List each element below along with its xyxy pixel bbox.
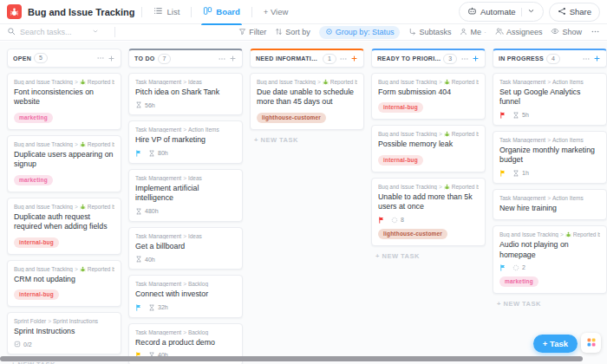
task-card[interactable]: Bug and Issue Tracking>Reported bugsDue …: [250, 73, 364, 130]
priority-flag-icon[interactable]: [499, 112, 506, 119]
subtasks-icon: [408, 28, 416, 37]
task-card[interactable]: Sprint Folder>Sprint InstructionsSprint …: [7, 312, 121, 354]
task-card[interactable]: Bug and Issue Tracking>Reported bugsDupl…: [7, 198, 121, 255]
comment-count[interactable]: 2: [512, 264, 525, 271]
chevron-down-icon[interactable]: [92, 28, 99, 36]
breadcrumb[interactable]: Task Management>Backlog: [135, 281, 236, 287]
breadcrumb[interactable]: Bug and Issue Tracking>Reported bugs: [257, 79, 357, 85]
task-card[interactable]: Bug and Issue Tracking>Reported bugsPoss…: [371, 125, 486, 172]
column-add-task-button[interactable]: [229, 55, 237, 62]
column-menu-button[interactable]: [218, 55, 226, 63]
tag-pill[interactable]: internal-bug: [14, 237, 59, 248]
tag-pill[interactable]: lighthouse-customer: [378, 229, 447, 239]
breadcrumb[interactable]: Bug and Issue Tracking>Reported bugs: [14, 79, 114, 85]
task-card[interactable]: Task Management>Action ItemsNew hire tra…: [493, 189, 607, 220]
priority-flag-icon[interactable]: [135, 304, 142, 311]
column-add-task-button[interactable]: [108, 55, 115, 62]
time-estimate[interactable]: 56h: [135, 101, 155, 108]
task-card[interactable]: Bug and Issue Tracking>Reported bugsCRM …: [7, 260, 121, 307]
column-menu-button[interactable]: [582, 55, 591, 63]
share-button[interactable]: Share: [549, 3, 600, 22]
column-add-task-button[interactable]: [472, 55, 480, 62]
task-title: Form submission 404: [378, 88, 479, 97]
task-card[interactable]: Bug and Issue Tracking>Reported bugsDupl…: [7, 135, 121, 192]
tag-pill[interactable]: internal-bug: [14, 289, 59, 300]
breadcrumb[interactable]: Task Management>Action Items: [135, 127, 236, 133]
breadcrumb[interactable]: Task Management>Action Items: [499, 79, 600, 85]
time-estimate[interactable]: 1h: [512, 170, 529, 177]
task-card[interactable]: Bug and Issue Tracking>Reported bugsAudi…: [493, 225, 607, 294]
horizontal-scrollbar[interactable]: [0, 356, 583, 361]
time-estimate[interactable]: 32h: [148, 304, 168, 311]
breadcrumb[interactable]: Task Management>Backlog: [135, 329, 236, 335]
time-estimate[interactable]: 80h: [148, 150, 168, 157]
tab-add-view[interactable]: + View: [259, 0, 293, 24]
column-add-task-button[interactable]: [350, 55, 358, 62]
comment-count[interactable]: 8: [391, 217, 404, 224]
task-card[interactable]: Bug and Issue Tracking>Reported bugsUnab…: [371, 178, 486, 246]
priority-flag-icon[interactable]: [135, 150, 142, 157]
task-card[interactable]: Bug and Issue Tracking>Reported bugsForm…: [371, 73, 486, 120]
breadcrumb[interactable]: Bug and Issue Tracking>Reported bugs: [499, 231, 600, 237]
column-add-task-button[interactable]: [593, 55, 601, 62]
breadcrumb-project: Task Management: [499, 79, 545, 85]
tag-pill[interactable]: lighthouse-customer: [257, 113, 326, 123]
tag-pill[interactable]: internal-bug: [378, 102, 423, 113]
task-card[interactable]: Task Management>IdeasImplement artificia…: [128, 169, 243, 222]
task-card[interactable]: Task Management>Action ItemsHire VP of m…: [128, 120, 243, 163]
breadcrumb[interactable]: Task Management>Ideas: [135, 175, 236, 181]
new-task-button[interactable]: + NEW TASK: [375, 252, 486, 260]
checklist-progress[interactable]: 0/2: [14, 341, 32, 348]
column-menu-button[interactable]: [460, 55, 469, 63]
tab-list[interactable]: List: [149, 0, 184, 24]
breadcrumb[interactable]: Task Management>Ideas: [135, 233, 236, 239]
column-menu-button[interactable]: [339, 55, 348, 63]
task-card[interactable]: Task Management>IdeasGet a billboard40h: [128, 227, 243, 270]
breadcrumb[interactable]: Bug and Issue Tracking>Reported bugs: [14, 266, 114, 272]
chevron-down-icon[interactable]: [527, 7, 535, 16]
task-card[interactable]: Task Management>Action ItemsOrganize mon…: [493, 131, 607, 184]
search-input[interactable]: [20, 28, 88, 36]
priority-flag-icon[interactable]: [499, 264, 506, 271]
task-card[interactable]: Task Management>Action ItemsSet up Googl…: [493, 73, 607, 126]
breadcrumb[interactable]: Bug and Issue Tracking>Reported bugs: [14, 141, 114, 147]
tab-board[interactable]: Board: [199, 0, 244, 24]
priority-flag-icon[interactable]: [378, 217, 385, 224]
new-task-button[interactable]: + NEW TASK: [497, 300, 607, 308]
me-filter-button[interactable]: Me ·: [460, 28, 486, 37]
breadcrumb[interactable]: Task Management>Action Items: [499, 195, 600, 201]
tag-pill[interactable]: marketing: [14, 175, 53, 185]
task-card[interactable]: Task Management>IdeasPitch idea on Shark…: [128, 73, 243, 115]
search-box[interactable]: [7, 27, 108, 37]
time-estimate[interactable]: 480h: [135, 208, 159, 215]
add-task-fab[interactable]: + Task: [533, 335, 578, 353]
assignees-button[interactable]: Assignees: [495, 27, 543, 37]
time-estimate[interactable]: 40h: [135, 256, 155, 263]
task-card[interactable]: Task Management>BacklogConnect with inve…: [128, 275, 243, 317]
app-launcher-button[interactable]: [581, 333, 601, 353]
subtasks-button[interactable]: Subtasks: [408, 28, 451, 37]
sort-by-button[interactable]: Sort by: [275, 28, 310, 37]
task-card[interactable]: Bug and Issue Tracking>Reported bugsFont…: [7, 73, 121, 130]
breadcrumb[interactable]: Task Management>Ideas: [135, 79, 236, 85]
tab-board-label: Board: [216, 7, 239, 16]
breadcrumb[interactable]: Bug and Issue Tracking>Reported bugs: [378, 131, 479, 137]
tag-pill[interactable]: marketing: [499, 276, 538, 287]
tag-pill[interactable]: internal-bug: [378, 155, 423, 166]
breadcrumb[interactable]: Sprint Folder>Sprint Instructions: [14, 318, 114, 324]
new-task-button[interactable]: + NEW TASK: [254, 136, 364, 144]
show-button[interactable]: Show: [551, 27, 582, 37]
priority-flag-icon[interactable]: [499, 170, 506, 177]
toolbar-more-button[interactable]: [591, 27, 600, 38]
group-by-button[interactable]: Group by: Status: [319, 26, 401, 39]
breadcrumb[interactable]: Bug and Issue Tracking>Reported bugs: [378, 184, 479, 190]
breadcrumb[interactable]: Bug and Issue Tracking>Reported bugs: [378, 79, 479, 85]
time-estimate[interactable]: 5h: [512, 112, 529, 119]
breadcrumb[interactable]: Bug and Issue Tracking>Reported bugs: [14, 204, 114, 210]
filter-button[interactable]: Filter: [238, 28, 266, 37]
bug-icon: [80, 141, 86, 147]
breadcrumb[interactable]: Task Management>Action Items: [499, 137, 600, 143]
column-menu-button[interactable]: [96, 54, 105, 62]
automate-button[interactable]: Automate: [459, 2, 544, 22]
tag-pill[interactable]: marketing: [14, 113, 53, 123]
